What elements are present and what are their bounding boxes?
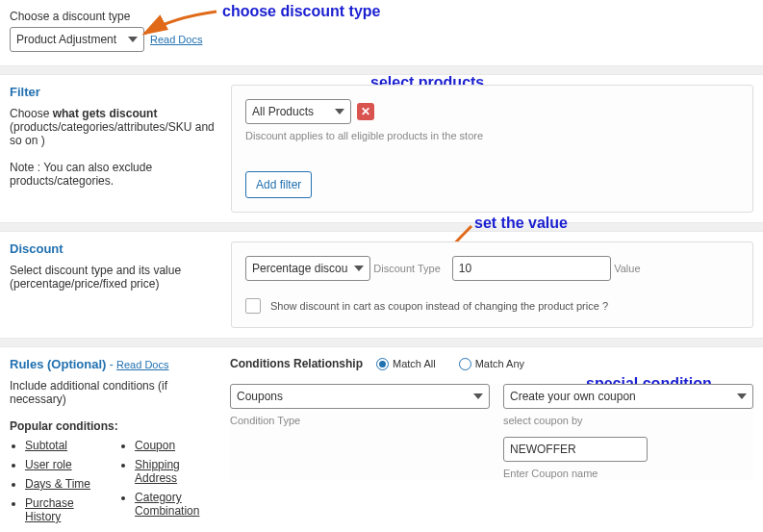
- rules-panel: Coupons Condition Type Create your own c…: [230, 384, 753, 480]
- radio-icon: [459, 358, 471, 370]
- condition-type-select[interactable]: Coupons: [230, 384, 490, 409]
- filter-product-select[interactable]: All Products: [245, 99, 351, 124]
- filter-helper-text: Discount applies to all eligible product…: [245, 130, 483, 141]
- show-coupon-label: Show discount in cart as coupon instead …: [270, 300, 608, 312]
- discount-type-label: Discount Type: [373, 263, 441, 274]
- match-all-radio[interactable]: Match All: [376, 358, 436, 370]
- coupon-name-label: Enter Coupon name: [503, 468, 598, 479]
- conditions-relationship-label: Conditions Relationship: [230, 357, 363, 370]
- match-any-label: Match Any: [475, 358, 524, 369]
- select-coupon-by-label: select coupon by: [503, 415, 583, 426]
- coupon-name-input[interactable]: [503, 437, 648, 462]
- add-filter-button[interactable]: Add filter: [245, 171, 312, 198]
- discount-value-input[interactable]: [452, 256, 611, 281]
- match-any-radio[interactable]: Match Any: [459, 358, 524, 370]
- show-coupon-checkbox[interactable]: [245, 298, 261, 314]
- delete-filter-icon[interactable]: ✕: [357, 103, 374, 120]
- discount-panel: Percentage discount Discount Type Value …: [231, 241, 753, 328]
- match-all-label: Match All: [393, 358, 436, 369]
- discount-value-label: Value: [614, 263, 640, 274]
- radio-icon: [376, 358, 389, 370]
- condition-type-label: Condition Type: [230, 415, 300, 426]
- annotation-choose: choose discount type: [222, 3, 380, 20]
- filter-panel: All Products ✕ Discount applies to all e…: [231, 85, 753, 213]
- select-coupon-by-select[interactable]: Create your own coupon: [503, 384, 753, 409]
- discount-type-select2[interactable]: Percentage discount: [245, 256, 370, 281]
